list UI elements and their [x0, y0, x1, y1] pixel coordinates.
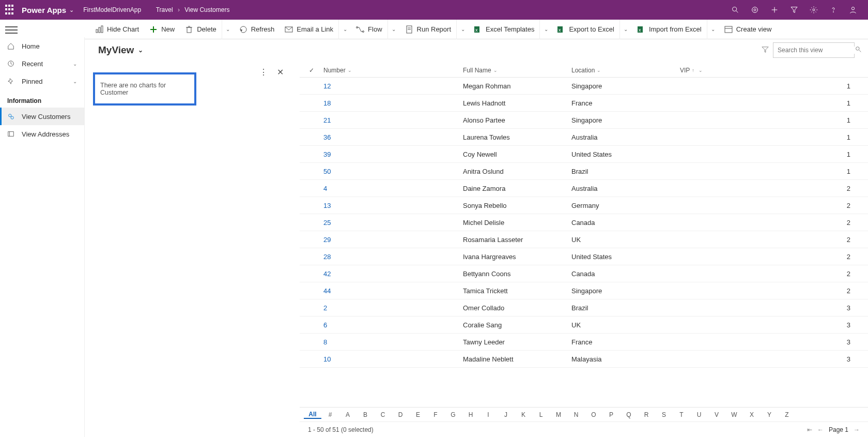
chevron-down-icon[interactable]: ⌄ — [73, 61, 77, 67]
alpha-h[interactable]: H — [462, 411, 479, 418]
table-row[interactable]: 42Bettyann CoonsCanada2 — [300, 265, 868, 282]
sidebar-toggle-icon[interactable] — [5, 24, 18, 36]
breadcrumb-area[interactable]: Travel — [156, 6, 173, 13]
table-row[interactable]: 39Coy NewellUnited States1 — [300, 146, 868, 163]
create-view-button[interactable]: Create view — [719, 20, 777, 39]
prev-page-icon[interactable]: ← — [817, 426, 824, 433]
alpha-n[interactable]: N — [567, 411, 585, 418]
alpha-all[interactable]: All — [304, 411, 321, 419]
search-input[interactable] — [778, 47, 855, 54]
cell-number[interactable]: 39 — [323, 150, 463, 158]
add-icon[interactable] — [765, 0, 784, 20]
app-launcher-icon[interactable] — [5, 5, 16, 15]
table-row[interactable]: 29Rosamaria LasseterUK2 — [300, 231, 868, 248]
nav-view-addresses[interactable]: View Addresses — [0, 125, 84, 143]
chevron-down-icon[interactable]: ⌄ — [73, 79, 77, 84]
alpha-s[interactable]: S — [655, 411, 673, 418]
alpha-d[interactable]: D — [392, 411, 409, 418]
table-row[interactable]: 50Anitra OslundBrazil1 — [300, 163, 868, 180]
search-icon[interactable] — [855, 46, 862, 54]
delete-button[interactable]: Delete — [180, 20, 222, 39]
help-icon[interactable] — [824, 0, 843, 20]
cell-number[interactable]: 2 — [323, 304, 463, 312]
flow-button[interactable]: Flow — [351, 20, 387, 39]
alpha-q[interactable]: Q — [620, 411, 638, 418]
col-header-location[interactable]: Location⌄ — [571, 67, 680, 74]
cell-number[interactable]: 8 — [323, 338, 463, 346]
alpha-hash[interactable]: # — [321, 411, 339, 418]
table-row[interactable]: 10Madaline NeblettMalayasia3 — [300, 351, 868, 368]
chart-more-icon[interactable]: ⋮ — [259, 67, 268, 77]
tpl-split-chevron-icon[interactable]: ⌄ — [539, 20, 552, 39]
table-row[interactable]: 6Coralie SangUK3 — [300, 317, 868, 334]
breadcrumb-app[interactable]: FirstModelDrivenApp — [83, 6, 141, 13]
alpha-m[interactable]: M — [550, 411, 567, 418]
alpha-a[interactable]: A — [339, 411, 357, 418]
cell-number[interactable]: 18 — [323, 99, 463, 107]
cell-number[interactable]: 36 — [323, 133, 463, 141]
table-row[interactable]: 28Ivana HargreavesUnited States2 — [300, 248, 868, 265]
cell-number[interactable]: 25 — [323, 219, 463, 227]
report-split-chevron-icon[interactable]: ⌄ — [456, 20, 469, 39]
brand-chevron-icon[interactable]: ⌄ — [69, 7, 74, 13]
cell-number[interactable]: 4 — [323, 185, 463, 192]
breadcrumb-page[interactable]: View Customers — [184, 6, 229, 13]
table-row[interactable]: 13Sonya RebelloGermany2 — [300, 197, 868, 214]
table-row[interactable]: 36Laurena TowlesAustralia1 — [300, 129, 868, 146]
new-button[interactable]: New — [144, 20, 180, 39]
col-header-vip[interactable]: VIP↑⌄ — [680, 67, 868, 74]
col-header-number[interactable]: Number⌄ — [323, 67, 463, 74]
cell-number[interactable]: 13 — [323, 202, 463, 209]
table-row[interactable]: 44Tamica TrickettSingapore2 — [300, 282, 868, 299]
gear-icon[interactable] — [804, 0, 824, 20]
grid-body[interactable]: 12Megan RohmanSingapore118Lewis HadnottF… — [300, 78, 868, 407]
nav-home[interactable]: Home — [0, 37, 84, 55]
run-report-button[interactable]: Run Report — [400, 20, 456, 39]
table-row[interactable]: 21Alonso ParteeSingapore1 — [300, 112, 868, 129]
import-excel-button[interactable]: x Import from Excel — [632, 20, 707, 39]
alpha-e[interactable]: E — [409, 411, 427, 418]
alpha-w[interactable]: W — [725, 411, 743, 418]
cell-number[interactable]: 44 — [323, 287, 463, 295]
alpha-i[interactable]: I — [479, 411, 497, 418]
alpha-v[interactable]: V — [708, 411, 725, 418]
alpha-j[interactable]: J — [497, 411, 515, 418]
alpha-o[interactable]: O — [585, 411, 602, 418]
cell-number[interactable]: 50 — [323, 168, 463, 175]
table-row[interactable]: 18Lewis HadnottFrance1 — [300, 95, 868, 112]
cell-number[interactable]: 21 — [323, 116, 463, 124]
table-row[interactable]: 4Daine ZamoraAustralia2 — [300, 180, 868, 197]
email-split-chevron-icon[interactable]: ⌄ — [338, 20, 351, 39]
nav-recent[interactable]: Recent ⌄ — [0, 55, 84, 72]
cell-number[interactable]: 12 — [323, 82, 463, 90]
col-header-fullname[interactable]: Full Name⌄ — [463, 67, 571, 74]
import-split-chevron-icon[interactable]: ⌄ — [707, 20, 719, 39]
target-icon[interactable] — [745, 0, 765, 20]
person-icon[interactable] — [843, 0, 863, 20]
alpha-k[interactable]: K — [515, 411, 532, 418]
email-link-button[interactable]: Email a Link — [280, 20, 338, 39]
next-page-icon[interactable]: → — [854, 426, 860, 433]
alpha-x[interactable]: X — [743, 411, 761, 418]
cell-number[interactable]: 29 — [323, 236, 463, 244]
cell-number[interactable]: 6 — [323, 321, 463, 329]
export-split-chevron-icon[interactable]: ⌄ — [619, 20, 632, 39]
cell-number[interactable]: 42 — [323, 270, 463, 278]
table-row[interactable]: 25Michel DelisleCanada2 — [300, 214, 868, 231]
alpha-z[interactable]: Z — [778, 411, 796, 418]
alpha-t[interactable]: T — [673, 411, 690, 418]
hide-chart-button[interactable]: Hide Chart — [90, 20, 144, 39]
cell-number[interactable]: 10 — [323, 355, 463, 363]
delete-split-chevron-icon[interactable]: ⌄ — [222, 20, 234, 39]
alpha-r[interactable]: R — [638, 411, 655, 418]
filter-icon[interactable] — [784, 0, 804, 20]
alpha-b[interactable]: B — [357, 411, 374, 418]
close-chart-icon[interactable]: ✕ — [277, 67, 284, 77]
table-row[interactable]: 2Omer ColladoBrazil3 — [300, 299, 868, 317]
table-row[interactable]: 8Tawny LeederFrance3 — [300, 334, 868, 351]
flow-split-chevron-icon[interactable]: ⌄ — [388, 20, 400, 39]
nav-view-customers[interactable]: View Customers — [0, 108, 84, 125]
alpha-u[interactable]: U — [690, 411, 708, 418]
alpha-y[interactable]: Y — [761, 411, 778, 418]
alpha-p[interactable]: P — [602, 411, 620, 418]
